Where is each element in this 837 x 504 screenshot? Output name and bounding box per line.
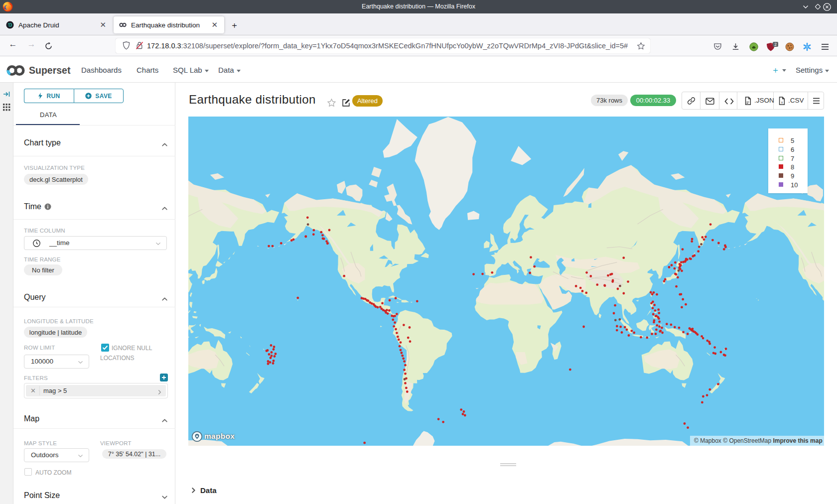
svg-text:x: x	[781, 101, 783, 105]
svg-text:2: 2	[774, 42, 777, 47]
